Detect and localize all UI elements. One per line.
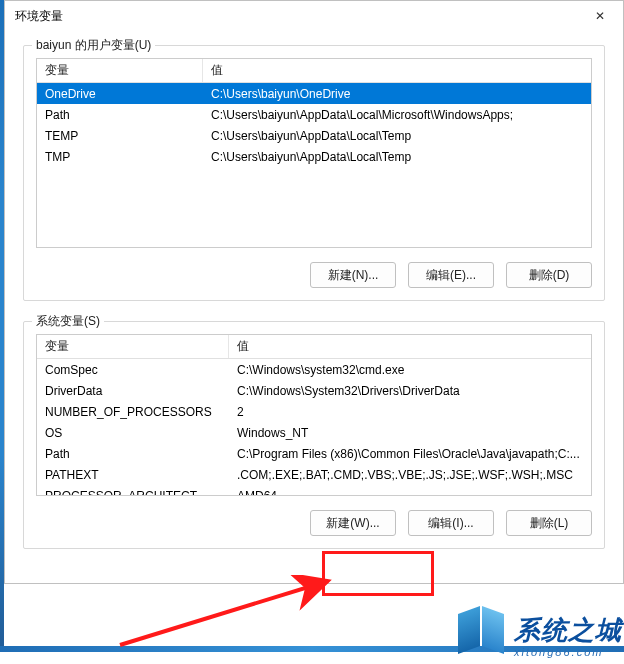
cell-value: 2 [229,403,591,421]
user-new-button[interactable]: 新建(N)... [310,262,396,288]
table-row[interactable]: OSWindows_NT [37,422,591,443]
user-delete-button[interactable]: 删除(D) [506,262,592,288]
col-variable[interactable]: 变量 [37,335,229,358]
system-vars-groupbox: 系统变量(S) 变量 值 ComSpecC:\Windows\system32\… [23,321,605,549]
cell-value: C:\Windows\system32\cmd.exe [229,361,591,379]
table-row[interactable]: PROCESSOR_ARCHITECT...AMD64 [37,485,591,496]
cell-variable: Path [37,445,229,463]
close-button[interactable]: ✕ [577,1,623,31]
user-edit-button[interactable]: 编辑(E)... [408,262,494,288]
cell-variable: OneDrive [37,85,203,103]
cell-value: C:\Program Files (x86)\Common Files\Orac… [229,445,591,463]
col-value[interactable]: 值 [203,59,591,82]
table-row[interactable]: NUMBER_OF_PROCESSORS2 [37,401,591,422]
cell-value: .COM;.EXE;.BAT;.CMD;.VBS;.VBE;.JS;.JSE;.… [229,466,591,484]
cell-value: Windows_NT [229,424,591,442]
table-row[interactable]: ComSpecC:\Windows\system32\cmd.exe [37,359,591,380]
cell-variable: PROCESSOR_ARCHITECT... [37,487,229,497]
cell-value: C:\Users\baiyun\OneDrive [203,85,591,103]
system-new-button[interactable]: 新建(W)... [310,510,396,536]
dialog-title: 环境变量 [15,8,577,25]
cell-variable: PATHEXT [37,466,229,484]
system-delete-button[interactable]: 删除(L) [506,510,592,536]
system-vars-table[interactable]: 变量 值 ComSpecC:\Windows\system32\cmd.exeD… [36,334,592,496]
system-vars-title: 系统变量(S) [32,313,104,330]
table-row[interactable]: TEMPC:\Users\baiyun\AppData\Local\Temp [37,125,591,146]
table-row[interactable]: DriverDataC:\Windows\System32\Drivers\Dr… [37,380,591,401]
cell-value: C:\Users\baiyun\AppData\Local\Temp [203,148,591,166]
cell-value: C:\Users\baiyun\AppData\Local\Microsoft\… [203,106,591,124]
system-edit-button[interactable]: 编辑(I)... [408,510,494,536]
watermark: 系统之城 xitong86.com [456,604,622,658]
env-vars-dialog: 环境变量 ✕ baiyun 的用户变量(U) 变量 值 OneDriveC:\U… [4,0,624,584]
table-row[interactable]: PathC:\Users\baiyun\AppData\Local\Micros… [37,104,591,125]
table-row[interactable]: TMPC:\Users\baiyun\AppData\Local\Temp [37,146,591,167]
user-vars-table[interactable]: 变量 值 OneDriveC:\Users\baiyun\OneDrivePat… [36,58,592,248]
cell-variable: ComSpec [37,361,229,379]
cell-variable: TMP [37,148,203,166]
dialog-content: baiyun 的用户变量(U) 变量 值 OneDriveC:\Users\ba… [5,31,623,583]
col-variable[interactable]: 变量 [37,59,203,82]
cell-variable: Path [37,106,203,124]
watermark-logo-icon [456,604,506,658]
user-vars-header[interactable]: 变量 值 [37,59,591,83]
titlebar[interactable]: 环境变量 ✕ [5,1,623,31]
cell-variable: TEMP [37,127,203,145]
cell-variable: NUMBER_OF_PROCESSORS [37,403,229,421]
cell-value: AMD64 [229,487,591,497]
table-row[interactable]: PathC:\Program Files (x86)\Common Files\… [37,443,591,464]
close-icon: ✕ [595,9,605,23]
cell-variable: DriverData [37,382,229,400]
system-button-row: 新建(W)... 编辑(I)... 删除(L) [36,510,592,536]
system-vars-header[interactable]: 变量 值 [37,335,591,359]
cell-value: C:\Windows\System32\Drivers\DriverData [229,382,591,400]
svg-line-0 [120,581,328,645]
table-row[interactable]: OneDriveC:\Users\baiyun\OneDrive [37,83,591,104]
watermark-text: 系统之城 xitong86.com [514,613,622,658]
watermark-title: 系统之城 [514,613,622,648]
user-vars-title: baiyun 的用户变量(U) [32,37,155,54]
table-row[interactable]: PATHEXT.COM;.EXE;.BAT;.CMD;.VBS;.VBE;.JS… [37,464,591,485]
user-vars-groupbox: baiyun 的用户变量(U) 变量 值 OneDriveC:\Users\ba… [23,45,605,301]
col-value[interactable]: 值 [229,335,591,358]
cell-value: C:\Users\baiyun\AppData\Local\Temp [203,127,591,145]
user-button-row: 新建(N)... 编辑(E)... 删除(D) [36,262,592,288]
cell-variable: OS [37,424,229,442]
annotation-arrow-icon [110,575,350,655]
